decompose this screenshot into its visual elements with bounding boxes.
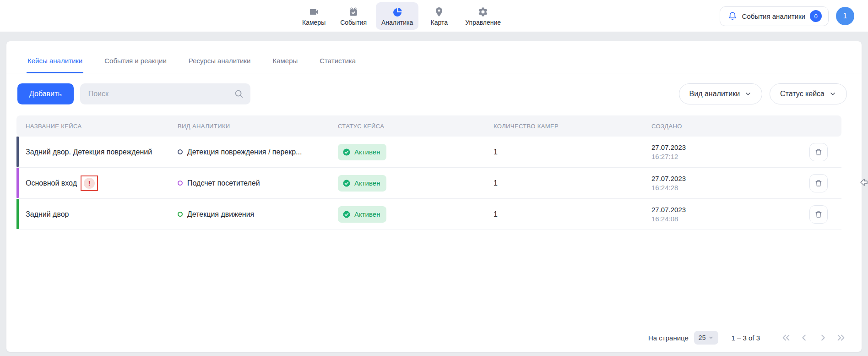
created-cell: 27.07.2023 16:24:08 <box>651 206 809 223</box>
created-cell: 27.07.2023 16:24:28 <box>651 175 809 192</box>
column-header-name: НАЗВАНИЕ КЕЙСА <box>16 123 178 130</box>
top-bar: Камеры События Аналитика Карта Управлени <box>0 0 868 32</box>
tab-analytics-cases[interactable]: Кейсы аналитики <box>27 52 83 73</box>
warning-icon: ! <box>84 178 95 189</box>
column-header-cameras: КОЛИЧЕСТВО КАМЕР <box>494 123 651 130</box>
nav-label: Карта <box>431 19 448 26</box>
analytics-type-ring-icon <box>178 181 183 186</box>
status-badge: Активен <box>338 175 386 192</box>
nav-item-management[interactable]: Управление <box>460 2 506 30</box>
per-page-select[interactable]: 25 <box>694 331 719 345</box>
nav-label: Аналитика <box>381 19 413 26</box>
case-status-cell: Активен <box>338 175 494 192</box>
chevron-down-icon <box>829 90 836 98</box>
case-name: Задний двор <box>16 210 178 219</box>
gear-icon <box>477 6 488 17</box>
case-status-cell: Активен <box>338 206 494 223</box>
case-status-filter-label: Статус кейса <box>780 90 825 98</box>
main-navigation: Камеры События Аналитика Карта Управлени <box>297 0 506 32</box>
map-pin-icon <box>434 6 445 17</box>
notification-count-badge: 0 <box>810 10 822 22</box>
tab-analytics-resources[interactable]: Ресурсы аналитики <box>188 52 252 73</box>
chevron-down-icon <box>708 335 714 340</box>
next-page-button[interactable] <box>816 331 830 345</box>
case-status-filter[interactable]: Статус кейса <box>770 83 847 104</box>
table-row[interactable]: Задний двор. Детекция повреждений Детекц… <box>16 137 841 168</box>
first-page-button[interactable] <box>779 331 793 345</box>
mouse-cursor <box>860 178 868 187</box>
chevron-left-icon <box>799 333 809 343</box>
delete-case-button[interactable] <box>809 205 828 224</box>
trash-icon <box>814 210 823 219</box>
analytics-type-filter[interactable]: Вид аналитики <box>679 83 763 104</box>
double-chevron-right-icon <box>836 333 846 343</box>
warning-highlight-box: ! <box>81 175 98 191</box>
table-header-row: НАЗВАНИЕ КЕЙСА ВИД АНАЛИТИКИ СТАТУС КЕЙС… <box>16 115 841 137</box>
search-box <box>80 83 250 104</box>
case-status-cell: Активен <box>338 144 494 160</box>
analytics-type-ring-icon <box>178 212 183 217</box>
table-row[interactable]: Задний двор Детекция движения Активен 1 … <box>16 199 841 230</box>
column-header-created: СОЗДАНО <box>651 123 809 130</box>
created-date: 27.07.2023 <box>651 175 809 182</box>
video-camera-icon <box>309 6 320 17</box>
pie-chart-icon <box>392 6 403 17</box>
case-analytics-type: Детекция движения <box>178 210 338 219</box>
nav-label: События <box>340 19 367 26</box>
toolbar: Добавить Вид аналитики Статус кейса <box>6 73 862 113</box>
check-circle-icon <box>342 179 351 187</box>
tab-bar: Кейсы аналитики События и реакции Ресурс… <box>6 41 862 73</box>
nav-label: Управление <box>465 19 501 26</box>
column-header-status: СТАТУС КЕЙСА <box>338 123 494 130</box>
case-name: Основной вход ! <box>16 175 178 191</box>
created-time: 16:24:28 <box>651 184 809 192</box>
table-row[interactable]: Основной вход ! Подсчет посетителей Акти… <box>16 168 841 199</box>
camera-count: 1 <box>494 210 651 219</box>
add-button[interactable]: Добавить <box>17 83 74 104</box>
chevron-down-icon <box>744 90 752 98</box>
status-badge: Активен <box>338 144 386 160</box>
per-page-value: 25 <box>699 334 706 341</box>
table-footer: На странице 25 1 – 3 of 3 <box>6 323 862 352</box>
tab-statistics[interactable]: Статистика <box>319 52 357 73</box>
per-page-label: На странице <box>648 334 689 342</box>
case-analytics-type: Детекция повреждения / перекр... <box>178 148 338 156</box>
last-page-button[interactable] <box>834 331 848 345</box>
nav-item-analytics[interactable]: Аналитика <box>376 2 418 30</box>
trash-icon <box>814 148 823 157</box>
camera-count: 1 <box>494 148 651 156</box>
delete-case-button[interactable] <box>809 143 828 161</box>
nav-label: Камеры <box>302 19 326 26</box>
created-date: 27.07.2023 <box>651 206 809 214</box>
double-chevron-left-icon <box>781 333 791 343</box>
nav-item-cameras[interactable]: Камеры <box>297 2 331 30</box>
previous-page-button[interactable] <box>797 331 811 345</box>
status-badge: Активен <box>338 206 386 223</box>
delete-case-button[interactable] <box>809 174 828 192</box>
search-icon[interactable] <box>234 89 244 99</box>
created-time: 16:27:12 <box>651 153 809 160</box>
analytics-cases-panel: Кейсы аналитики События и реакции Ресурс… <box>6 41 862 352</box>
trash-icon <box>814 179 823 188</box>
pagination-range: 1 – 3 of 3 <box>731 334 760 342</box>
search-input[interactable] <box>80 83 250 104</box>
nav-item-events[interactable]: События <box>335 2 372 30</box>
nav-item-map[interactable]: Карта <box>422 2 456 30</box>
user-avatar[interactable]: 1 <box>836 7 854 25</box>
tab-events-reactions[interactable]: События и реакции <box>103 52 168 73</box>
per-page-control: На странице 25 <box>648 331 718 345</box>
bell-icon <box>727 11 738 21</box>
tab-cameras[interactable]: Камеры <box>271 52 298 73</box>
analytics-events-label: События аналитики <box>742 12 805 20</box>
created-time: 16:24:08 <box>651 215 809 223</box>
analytics-events-button[interactable]: События аналитики 0 <box>720 6 829 26</box>
check-circle-icon <box>342 210 351 219</box>
column-header-type: ВИД АНАЛИТИКИ <box>178 123 338 130</box>
created-date: 27.07.2023 <box>651 143 809 151</box>
chevron-right-icon <box>818 333 828 343</box>
pagination-controls <box>779 331 848 345</box>
created-cell: 27.07.2023 16:27:12 <box>651 143 809 160</box>
events-icon <box>348 6 359 17</box>
analytics-type-filter-label: Вид аналитики <box>689 90 740 98</box>
camera-count: 1 <box>494 179 651 187</box>
